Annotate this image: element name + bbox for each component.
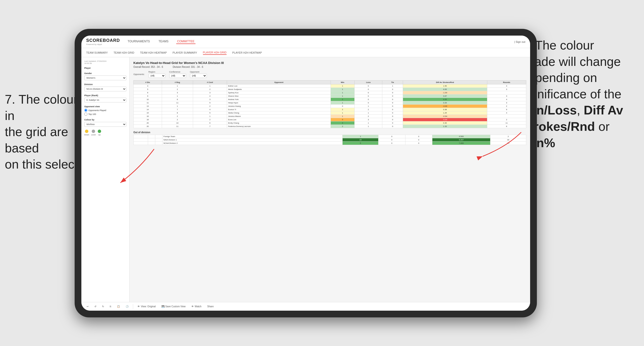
sidebar-gender-select[interactable]: Women's [84,75,126,80]
sidebar-radio-group: Opponents Played Top 100 [84,109,126,116]
table-row: 3 1 1 Esther Lee 1 0 1 1.50 4 [134,84,526,88]
sidebar-colour-by-select[interactable]: Win/loss [84,122,126,127]
sub-nav-team-h2h-grid[interactable]: TEAM H2H GRID [114,51,134,55]
logo-wrap: SCOREBOARD Powered by clippd [86,38,121,45]
top-nav-links: TOURNAMENTS TEAMS COMMITTEE [127,40,514,44]
grid-area: Katelyn Vo Head-to-Head Grid for Women's… [130,57,530,302]
logo: SCOREBOARD [86,38,120,43]
colour-dot-up [98,130,101,133]
toolbar-divider-1 [133,304,133,309]
sidebar-timestamp: Last Updated: 27/03/2024 16:55:38 [84,60,126,64]
col-conf: # Conf [193,81,227,84]
sidebar-colour-by-section: Colour by Win/loss [84,119,126,127]
filter-region-select[interactable]: (All) [148,74,166,78]
colour-label-level: Level [91,134,96,136]
col-opponent: Opponent [227,81,330,84]
out-of-division-table: Foreign Team 1 0 0 4.500 2 NAIA Division… [133,135,526,145]
sidebar-radio-opponents-played[interactable]: Opponents Played [84,109,126,112]
col-win: Win [330,81,354,84]
table-row: 18 2 2 Euna Lee 0 3 0 -5.00 2 [134,118,526,121]
col-diff: Diff Av Strokes/Rnd [403,81,487,84]
col-loss: Loss [354,81,382,84]
ood-table-row: NCAA Division 2 5 0 0 7.400 10 [134,142,526,145]
table-row: 20 11 7 Federica Domecq Lacroze 2 1 0 1.… [134,125,526,128]
sidebar-player-section: Player [84,67,126,69]
sidebar-player-rank-section: Player (Rank) 8. Katelyn Vo [84,94,126,102]
grid-record: Overall Record: 353 - 34 - 6 Division Re… [133,66,526,68]
colour-label-up: Up [98,134,100,136]
nav-tournaments[interactable]: TOURNAMENTS [127,40,151,44]
filter-opponent-select[interactable]: (All) [190,74,207,78]
filter-row: Opponents: Region (All) Conference (All) [133,71,526,78]
sidebar-division-section: Division NCAA Division III [84,83,126,91]
toolbar-paste[interactable]: 📋 [116,305,121,308]
annotation-right: 8. The colour shade will change dependin… [521,37,637,151]
table-row: 9 1 4 Sharon Mun 1 0 0 3.67 3 [134,95,526,98]
col-rounds: Rounds [487,81,526,84]
filter-opponent: Opponent (All) [190,71,207,78]
toolbar-redo[interactable]: ↺ [93,305,98,308]
table-row: 15 8 5 Stella Cheng 1 1 0 1.25 4 [134,111,526,115]
colour-dot-down [85,130,88,133]
toolbar-redo2[interactable]: ↻ [101,305,106,308]
col-tie: Tie [382,81,403,84]
toolbar-share[interactable]: Share [206,305,215,308]
filter-region: Region (All) [148,71,166,78]
logo-sub: Powered by clippd [86,43,121,45]
sub-nav-player-summary[interactable]: PLAYER SUMMARY [172,51,197,55]
sidebar-player-rank-select[interactable]: 8. Katelyn Vo [84,98,126,102]
table-row: 13 1 2 Jessica Huang 0 1 0 -3.00 2 [134,105,526,108]
sub-nav-team-summary[interactable]: TEAM SUMMARY [86,51,108,55]
filter-conference: Conference (All) [169,71,186,78]
table-row: 16 2 1 Jessica Mason 1 2 0 -0.94 [134,115,526,118]
table-row: 6 3 3 Sydney Kuo 1 0 0 -1.00 [134,91,526,95]
sidebar-colour-by-label: Colour by [84,119,126,121]
toolbar-copy[interactable]: ⎘ [108,305,113,308]
sidebar-opponent-view-section: Opponent view Opponents Played Top 100 [84,105,126,116]
overall-record: Overall Record: 353 - 34 - 6 [133,66,163,68]
sub-nav-player-h2h-grid[interactable]: PLAYER H2H GRID [203,50,226,55]
sidebar-division-select[interactable]: NCAA Division III [84,87,126,91]
top-nav: SCOREBOARD Powered by clippd TOURNAMENTS… [81,36,530,48]
colour-legend: Down Level Up [84,130,126,136]
sidebar-division-label: Division [84,83,126,86]
table-row: 20 10 6 Emily Chang 4 1 0 0.30 11 [134,121,526,125]
toolbar-clock[interactable]: 🕐 [124,305,130,308]
table-row: 10 6 3 Andrea York 2 0 0 4.00 4 [134,98,526,101]
toolbar-save-custom-view[interactable]: 💾 Save Custom View [160,305,187,308]
ood-table-row: Foreign Team 1 0 0 4.500 2 [134,135,526,138]
filter-conference-select[interactable]: (All) [169,74,186,78]
sidebar-player-rank-label: Player (Rank) [84,94,126,97]
division-record: Division Record: 331 - 34 - 6 [172,66,203,68]
col-div: # Div [134,81,162,84]
arrow-left [92,144,159,192]
table-row: 5 2 2 Alexis Sudjianto 1 0 0 4.00 3 [134,88,526,91]
arrow-right [468,127,526,166]
sidebar-radio-top100[interactable]: Top 100 [84,113,126,116]
nav-teams[interactable]: TEAMS [158,40,169,44]
toolbar-view-original[interactable]: 👁 View: Original [136,305,157,308]
h2h-grid-table: # Div # Reg # Conf Opponent Win Loss Tie… [133,80,526,128]
col-reg: # Reg [162,81,193,84]
sign-out[interactable]: | Sign out [514,40,525,43]
nav-committee[interactable]: COMMITTEE [176,40,196,44]
sub-nav-team-h2h-heatmap[interactable]: TEAM H2H HEATMAP [140,51,167,55]
table-row: 11 11 5 Heejo Hyun 1 0 0 3.33 3 [134,101,526,105]
sidebar-player-label: Player [84,67,126,69]
sidebar-gender-section: Gender Women's [84,72,126,80]
table-row: 14 7 4 Eunice Yi 2 2 0 0.38 9 [134,108,526,111]
colour-label-down: Down [84,134,89,136]
grid-title: Katelyn Vo Head-to-Head Grid for Women's… [133,61,526,65]
sub-nav-player-h2h-heatmap[interactable]: PLAYER H2H HEATMAP [232,51,262,55]
sidebar-gender-label: Gender [84,72,126,75]
out-of-division-label: Out of division [133,131,526,134]
sidebar-opponent-view-label: Opponent view [84,105,126,108]
bottom-toolbar: ↩ ↺ ↻ ⎘ 📋 🕐 👁 View: Original 💾 Save Cust… [81,302,530,311]
ood-table-row: NAIA Division 1 15 0 0 9.267 30 [134,138,526,142]
toolbar-watch[interactable]: 👁 Watch [190,305,203,308]
sub-nav: TEAM SUMMARY TEAM H2H GRID TEAM H2H HEAT… [81,48,530,57]
colour-dot-level [92,130,95,133]
toolbar-undo[interactable]: ↩ [85,305,90,308]
